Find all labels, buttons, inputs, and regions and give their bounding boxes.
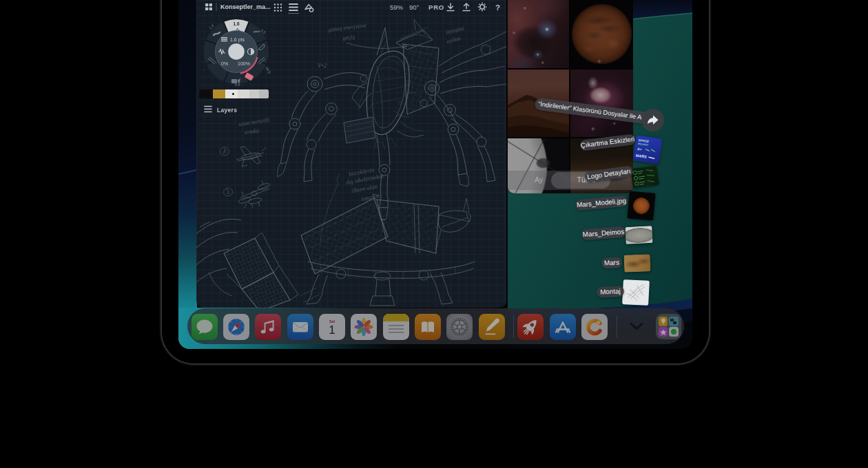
svg-text:100%: 100%: [238, 61, 250, 66]
svg-text:ilham alan: ilham alan: [351, 182, 379, 194]
svg-text:uyduıı: uyduıı: [446, 34, 462, 45]
svg-text:Konseptler_ma...: Konseptler_ma...: [220, 3, 271, 10]
svg-text:V•2: V•2: [318, 62, 327, 69]
svg-text:A=: A=: [637, 147, 642, 151]
svg-text:uzun menzilli: uzun menzilli: [238, 116, 271, 127]
svg-text:ROCKET: ROCKET: [638, 142, 649, 147]
svg-text:14.5: 14.5: [265, 66, 271, 74]
svg-text:Layers: Layers: [217, 107, 237, 114]
svg-text:PRO: PRO: [428, 3, 444, 11]
svg-text:1: 1: [329, 323, 335, 337]
svg-text:geçiş: geçiş: [342, 33, 355, 41]
svg-text:1.6 pts: 1.6 pts: [230, 37, 245, 43]
svg-text:1.6: 1.6: [233, 21, 239, 26]
svg-text:90°: 90°: [409, 3, 420, 11]
svg-text:sonda:: sonda:: [244, 127, 260, 136]
svg-text:59%: 59%: [390, 3, 404, 11]
svg-text:?: ?: [495, 3, 500, 12]
svg-text:MARS: MARS: [635, 153, 647, 159]
svg-text:0%: 0%: [221, 61, 228, 66]
svg-text:güneş enerjisine: güneş enerjisine: [328, 21, 367, 33]
svg-text:iletişimi: iletişimi: [445, 24, 466, 35]
svg-text:Sal: Sal: [329, 319, 335, 323]
